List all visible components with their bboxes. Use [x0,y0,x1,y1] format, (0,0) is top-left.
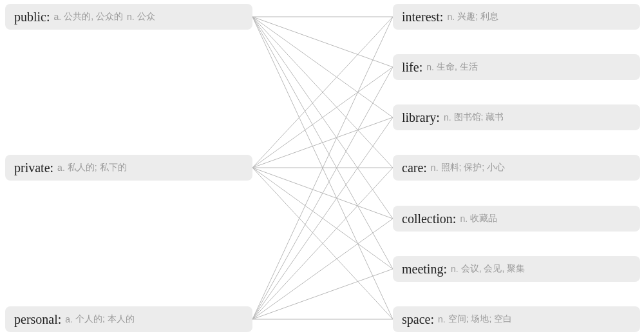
connection-line [252,168,393,269]
part-of-speech: n. [447,12,455,22]
connection-line [252,219,393,319]
word-card-meeting[interactable]: meeting:n.会议, 会见, 聚集 [393,256,640,282]
word-label: space: [402,312,434,327]
word-card-space[interactable]: space:n.空间; 场地; 空白 [393,306,640,332]
word-label: care: [402,161,427,175]
word-label: life: [402,60,422,75]
word-card-care[interactable]: care:n.照料; 保护; 小心 [393,155,640,181]
word-card-private[interactable]: private:a.私人的; 私下的 [5,155,252,181]
connection-line [252,17,393,168]
word-label: interest: [402,10,443,25]
word-card-library[interactable]: library:n.图书馆; 藏书 [393,104,640,130]
word-card-life[interactable]: life:n.生命, 生活 [393,54,640,80]
connection-line [252,168,393,219]
connection-line [252,17,393,269]
connection-line [252,168,393,319]
part-of-speech: n. [451,264,459,274]
connection-line [252,67,393,168]
definition: 个人的; 本人的 [75,313,135,325]
word-label: collection: [402,212,456,226]
part-of-speech: n. [431,163,439,173]
connection-line [252,168,393,319]
matching-diagram: public:a.公共的, 公众的n.公众private:a.私人的; 私下的p… [0,0,644,336]
connection-line [252,17,393,319]
word-card-public[interactable]: public:a.公共的, 公众的n.公众 [5,4,252,30]
connection-line [252,269,393,319]
definition: 公众 [137,11,155,23]
connection-line [252,117,393,319]
part-of-speech: n. [444,112,451,123]
connection-line [252,17,393,219]
definition: 会议, 会见, 聚集 [461,263,526,275]
word-label: personal: [14,312,61,327]
part-of-speech: n. [426,62,434,72]
word-card-personal[interactable]: personal:a.个人的; 本人的 [5,306,252,332]
part-of-speech: n. [438,314,446,324]
word-card-interest[interactable]: interest:n.兴趣; 利息 [393,4,640,30]
word-label: meeting: [402,262,447,277]
connection-line [252,67,393,319]
part-of-speech: a. [57,163,65,173]
word-label: library: [402,110,440,125]
definition: 照料; 保护; 小心 [441,162,506,173]
part-of-speech: a. [54,12,62,22]
part-of-speech: n. [127,12,135,22]
definition: 公共的, 公众的 [64,11,123,23]
connection-line [252,17,393,319]
connection-line [252,17,393,117]
definition: 图书馆; 藏书 [454,112,504,123]
definition: 兴趣; 利息 [457,11,498,23]
word-label: public: [14,10,50,25]
connection-line [252,17,393,67]
part-of-speech: a. [65,314,73,324]
connection-line [252,17,393,168]
word-card-collection[interactable]: collection:n.收藏品 [393,206,640,232]
connection-line [252,117,393,168]
word-label: private: [14,161,53,175]
definition: 空间; 场地; 空白 [448,313,513,325]
definition: 私人的; 私下的 [68,162,127,173]
definition: 收藏品 [470,213,497,224]
definition: 生命, 生活 [437,61,478,73]
part-of-speech: n. [460,213,468,224]
